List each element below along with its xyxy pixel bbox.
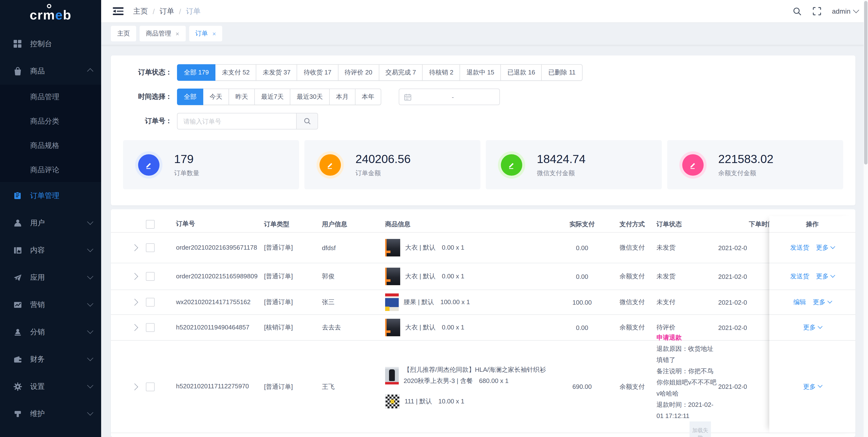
status-filter-receiving[interactable]: 待收货 17 <box>297 64 338 81</box>
breadcrumb-separator: / <box>153 7 155 15</box>
time-filter-today[interactable]: 今天 <box>203 89 229 105</box>
sidebar-item-label: 用户 <box>30 218 88 228</box>
col-order-status: 订单状态 <box>656 220 718 229</box>
tab-label: 订单 <box>195 29 208 38</box>
user-info: 去去去 <box>322 323 385 332</box>
expand-row-icon[interactable] <box>131 244 138 251</box>
tab-order[interactable]: 订单× <box>189 26 222 41</box>
row-checkbox[interactable] <box>146 323 155 332</box>
order-search-button[interactable] <box>296 113 318 129</box>
sidebar-item-goods-category[interactable]: 商品分类 <box>0 109 101 133</box>
refund-time: 退款时间：2021-02-01 17:12:11 <box>656 399 718 421</box>
operation-column: 操作 发送货 更多 发送货 更多 编辑 更多 更多 <box>769 216 855 433</box>
tab-goods-manage[interactable]: 商品管理× <box>140 26 186 41</box>
sidebar-item-marketing[interactable]: 营销 <box>0 291 101 318</box>
time-filter-30days[interactable]: 最近30天 <box>290 89 330 105</box>
sidebar-item-content[interactable]: 内容 <box>0 236 101 264</box>
status-filter-review[interactable]: 待评价 20 <box>338 64 379 81</box>
expand-row-icon[interactable] <box>131 299 138 305</box>
product-image <box>385 319 400 336</box>
username: admin <box>832 7 850 15</box>
sidebar-item-finance[interactable]: 财务 <box>0 346 101 373</box>
order-type: [普通订单] <box>262 243 322 252</box>
status-filter-unpaid[interactable]: 未支付 52 <box>215 64 256 81</box>
status-filter-unshipped[interactable]: 未发货 37 <box>256 64 297 81</box>
pay-method: 余额支付 <box>614 382 656 391</box>
sidebar-item-goods-comment[interactable]: 商品评论 <box>0 158 101 182</box>
date-range-separator: - <box>411 93 494 100</box>
sidebar-item-goods-spec[interactable]: 商品规格 <box>0 133 101 158</box>
product-desc: 大衣 | 默认 0.00 x 1 <box>405 271 464 282</box>
search-icon <box>303 117 311 125</box>
tool-icon <box>13 409 22 418</box>
more-button[interactable]: 更多 <box>803 382 822 391</box>
order-no-input[interactable] <box>177 113 296 129</box>
scrollbar-thumb[interactable] <box>864 1 868 165</box>
tab-home[interactable]: 主页 <box>111 26 136 41</box>
time-filter-all[interactable]: 全部 <box>177 89 203 105</box>
more-button[interactable]: 更多 <box>816 243 834 252</box>
more-button[interactable]: 更多 <box>816 272 834 281</box>
sidebar-item-apps[interactable]: 应用 <box>0 264 101 291</box>
close-icon[interactable]: × <box>212 30 216 37</box>
row-checkbox[interactable] <box>146 272 155 281</box>
product-image <box>385 367 399 384</box>
status-filter-refunded[interactable]: 已退款 16 <box>501 64 542 81</box>
sidebar-item-label: 订单管理 <box>30 191 92 200</box>
product-image <box>385 239 400 257</box>
sidebar-item-order-manage[interactable]: 订单管理 <box>0 182 101 209</box>
date-range-picker[interactable]: - <box>399 89 500 105</box>
sidebar-item-goods-manage[interactable]: 商品管理 <box>0 85 101 109</box>
more-label: 更多 <box>816 243 829 252</box>
time-filter-year[interactable]: 本年 <box>355 89 381 105</box>
order-type: [普通订单] <box>262 272 322 281</box>
sidebar-item-goods[interactable]: 商品 <box>0 57 101 85</box>
sidebar-item-users[interactable]: 用户 <box>0 209 101 236</box>
close-icon[interactable]: × <box>176 30 179 37</box>
chevron-down-icon <box>87 300 93 306</box>
stat-value: 179 <box>174 152 199 166</box>
menu-collapse-icon[interactable] <box>113 7 124 15</box>
fullscreen-icon[interactable] <box>812 7 821 16</box>
breadcrumb-home[interactable]: 主页 <box>133 6 148 16</box>
status-filter-complete[interactable]: 交易完成 7 <box>378 64 423 81</box>
row-checkbox[interactable] <box>146 243 155 252</box>
time-filter-month[interactable]: 本月 <box>329 89 355 105</box>
order-status-label: 订单状态： <box>125 68 172 77</box>
ship-button[interactable]: 发送货 <box>790 272 809 281</box>
select-all-checkbox[interactable] <box>146 220 155 229</box>
status-filter-deleted[interactable]: 已删除 11 <box>541 64 582 81</box>
sidebar-item-maintenance[interactable]: 维护 <box>0 400 101 427</box>
more-button[interactable]: 更多 <box>813 298 831 307</box>
more-button[interactable]: 更多 <box>803 323 822 332</box>
status-filter-writeoff[interactable]: 待核销 2 <box>422 64 460 81</box>
sidebar-item-distribution[interactable]: 分销 <box>0 318 101 346</box>
row-checkbox[interactable] <box>146 298 155 307</box>
expand-row-icon[interactable] <box>131 273 138 280</box>
edit-button[interactable]: 编辑 <box>793 298 806 307</box>
status-filter-all[interactable]: 全部 179 <box>177 64 216 81</box>
expand-row-icon[interactable] <box>131 383 138 390</box>
page-scrollbar[interactable] <box>864 0 868 437</box>
distributor-icon <box>13 327 22 337</box>
sidebar-item-dashboard[interactable]: 控制台 <box>0 30 101 57</box>
col-order-no: 订单号 <box>165 219 262 229</box>
user-menu[interactable]: admin <box>832 7 858 15</box>
ship-button[interactable]: 发送货 <box>790 243 809 252</box>
product-desc: 【烈儿推荐/周杰伦同款】HLA/海澜之家长袖针织衫2020秋季上衣男-3 | 含… <box>404 365 551 387</box>
chevron-down-icon <box>87 218 93 225</box>
stat-order-count: 179订单数量 <box>123 140 299 189</box>
row-checkbox[interactable] <box>146 382 155 391</box>
status-filter-refunding[interactable]: 退款中 15 <box>460 64 501 81</box>
search-icon[interactable] <box>793 6 802 16</box>
chevron-down-icon <box>87 355 93 361</box>
time-filter-yesterday[interactable]: 昨天 <box>228 89 255 105</box>
breadcrumb-order[interactable]: 订单 <box>159 6 174 16</box>
order-type: [核销订单] <box>262 323 322 332</box>
sidebar-item-settings[interactable]: 设置 <box>0 373 101 400</box>
order-status: 未支付 <box>656 298 718 307</box>
stat-wechat-pay-amount: 18424.74微信支付金额 <box>486 140 662 189</box>
expand-row-icon[interactable] <box>131 324 138 331</box>
more-label: 更多 <box>813 298 826 307</box>
time-filter-7days[interactable]: 最近7天 <box>254 89 290 105</box>
